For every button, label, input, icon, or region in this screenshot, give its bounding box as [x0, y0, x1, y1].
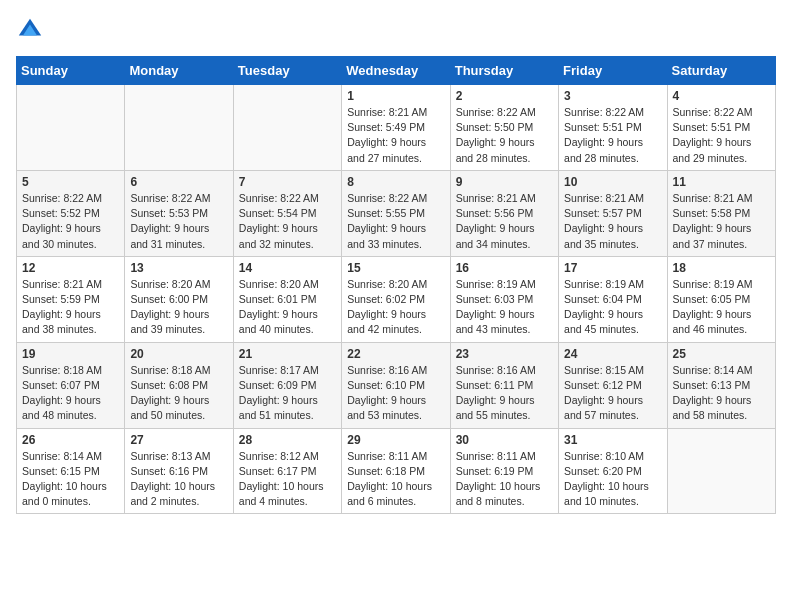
- calendar-table: SundayMondayTuesdayWednesdayThursdayFrid…: [16, 56, 776, 514]
- day-number: 25: [673, 347, 770, 361]
- calendar-cell: 17Sunrise: 8:19 AMSunset: 6:04 PMDayligh…: [559, 256, 667, 342]
- calendar-cell: [17, 85, 125, 171]
- logo-icon: [16, 16, 44, 44]
- day-number: 9: [456, 175, 553, 189]
- cell-content: Sunrise: 8:22 AMSunset: 5:55 PMDaylight:…: [347, 191, 444, 252]
- cell-content: Sunrise: 8:18 AMSunset: 6:07 PMDaylight:…: [22, 363, 119, 424]
- calendar-cell: 14Sunrise: 8:20 AMSunset: 6:01 PMDayligh…: [233, 256, 341, 342]
- day-number: 1: [347, 89, 444, 103]
- calendar-cell: 21Sunrise: 8:17 AMSunset: 6:09 PMDayligh…: [233, 342, 341, 428]
- day-number: 30: [456, 433, 553, 447]
- calendar-cell: 31Sunrise: 8:10 AMSunset: 6:20 PMDayligh…: [559, 428, 667, 514]
- cell-content: Sunrise: 8:21 AMSunset: 5:49 PMDaylight:…: [347, 105, 444, 166]
- day-number: 3: [564, 89, 661, 103]
- weekday-header: Friday: [559, 57, 667, 85]
- calendar-cell: 8Sunrise: 8:22 AMSunset: 5:55 PMDaylight…: [342, 170, 450, 256]
- day-number: 10: [564, 175, 661, 189]
- day-number: 31: [564, 433, 661, 447]
- calendar-cell: 18Sunrise: 8:19 AMSunset: 6:05 PMDayligh…: [667, 256, 775, 342]
- calendar-cell: 26Sunrise: 8:14 AMSunset: 6:15 PMDayligh…: [17, 428, 125, 514]
- cell-content: Sunrise: 8:22 AMSunset: 5:53 PMDaylight:…: [130, 191, 227, 252]
- calendar-cell: 25Sunrise: 8:14 AMSunset: 6:13 PMDayligh…: [667, 342, 775, 428]
- calendar-week-row: 5Sunrise: 8:22 AMSunset: 5:52 PMDaylight…: [17, 170, 776, 256]
- cell-content: Sunrise: 8:16 AMSunset: 6:10 PMDaylight:…: [347, 363, 444, 424]
- calendar-cell: 12Sunrise: 8:21 AMSunset: 5:59 PMDayligh…: [17, 256, 125, 342]
- cell-content: Sunrise: 8:22 AMSunset: 5:52 PMDaylight:…: [22, 191, 119, 252]
- day-number: 17: [564, 261, 661, 275]
- day-number: 26: [22, 433, 119, 447]
- cell-content: Sunrise: 8:19 AMSunset: 6:03 PMDaylight:…: [456, 277, 553, 338]
- cell-content: Sunrise: 8:14 AMSunset: 6:15 PMDaylight:…: [22, 449, 119, 510]
- calendar-cell: 10Sunrise: 8:21 AMSunset: 5:57 PMDayligh…: [559, 170, 667, 256]
- cell-content: Sunrise: 8:14 AMSunset: 6:13 PMDaylight:…: [673, 363, 770, 424]
- weekday-header: Saturday: [667, 57, 775, 85]
- day-number: 13: [130, 261, 227, 275]
- day-number: 27: [130, 433, 227, 447]
- day-number: 24: [564, 347, 661, 361]
- day-number: 14: [239, 261, 336, 275]
- weekday-header: Sunday: [17, 57, 125, 85]
- calendar-cell: 3Sunrise: 8:22 AMSunset: 5:51 PMDaylight…: [559, 85, 667, 171]
- day-number: 5: [22, 175, 119, 189]
- cell-content: Sunrise: 8:21 AMSunset: 5:58 PMDaylight:…: [673, 191, 770, 252]
- cell-content: Sunrise: 8:22 AMSunset: 5:51 PMDaylight:…: [564, 105, 661, 166]
- calendar-cell: 28Sunrise: 8:12 AMSunset: 6:17 PMDayligh…: [233, 428, 341, 514]
- day-number: 22: [347, 347, 444, 361]
- cell-content: Sunrise: 8:11 AMSunset: 6:19 PMDaylight:…: [456, 449, 553, 510]
- cell-content: Sunrise: 8:19 AMSunset: 6:04 PMDaylight:…: [564, 277, 661, 338]
- calendar-cell: 4Sunrise: 8:22 AMSunset: 5:51 PMDaylight…: [667, 85, 775, 171]
- calendar-cell: 15Sunrise: 8:20 AMSunset: 6:02 PMDayligh…: [342, 256, 450, 342]
- calendar-cell: 19Sunrise: 8:18 AMSunset: 6:07 PMDayligh…: [17, 342, 125, 428]
- calendar-cell: 30Sunrise: 8:11 AMSunset: 6:19 PMDayligh…: [450, 428, 558, 514]
- calendar-cell: 9Sunrise: 8:21 AMSunset: 5:56 PMDaylight…: [450, 170, 558, 256]
- calendar-cell: 6Sunrise: 8:22 AMSunset: 5:53 PMDaylight…: [125, 170, 233, 256]
- day-number: 29: [347, 433, 444, 447]
- calendar-week-row: 1Sunrise: 8:21 AMSunset: 5:49 PMDaylight…: [17, 85, 776, 171]
- day-number: 20: [130, 347, 227, 361]
- cell-content: Sunrise: 8:18 AMSunset: 6:08 PMDaylight:…: [130, 363, 227, 424]
- cell-content: Sunrise: 8:13 AMSunset: 6:16 PMDaylight:…: [130, 449, 227, 510]
- cell-content: Sunrise: 8:20 AMSunset: 6:00 PMDaylight:…: [130, 277, 227, 338]
- day-number: 11: [673, 175, 770, 189]
- page-header: [16, 16, 776, 44]
- weekday-header: Monday: [125, 57, 233, 85]
- calendar-week-row: 19Sunrise: 8:18 AMSunset: 6:07 PMDayligh…: [17, 342, 776, 428]
- cell-content: Sunrise: 8:15 AMSunset: 6:12 PMDaylight:…: [564, 363, 661, 424]
- calendar-cell: [667, 428, 775, 514]
- cell-content: Sunrise: 8:21 AMSunset: 5:57 PMDaylight:…: [564, 191, 661, 252]
- day-number: 19: [22, 347, 119, 361]
- calendar-cell: 16Sunrise: 8:19 AMSunset: 6:03 PMDayligh…: [450, 256, 558, 342]
- cell-content: Sunrise: 8:22 AMSunset: 5:54 PMDaylight:…: [239, 191, 336, 252]
- cell-content: Sunrise: 8:19 AMSunset: 6:05 PMDaylight:…: [673, 277, 770, 338]
- calendar-cell: [125, 85, 233, 171]
- calendar-week-row: 12Sunrise: 8:21 AMSunset: 5:59 PMDayligh…: [17, 256, 776, 342]
- day-number: 6: [130, 175, 227, 189]
- cell-content: Sunrise: 8:21 AMSunset: 5:56 PMDaylight:…: [456, 191, 553, 252]
- day-number: 23: [456, 347, 553, 361]
- cell-content: Sunrise: 8:21 AMSunset: 5:59 PMDaylight:…: [22, 277, 119, 338]
- cell-content: Sunrise: 8:17 AMSunset: 6:09 PMDaylight:…: [239, 363, 336, 424]
- calendar-cell: 27Sunrise: 8:13 AMSunset: 6:16 PMDayligh…: [125, 428, 233, 514]
- day-number: 8: [347, 175, 444, 189]
- day-number: 7: [239, 175, 336, 189]
- weekday-header: Thursday: [450, 57, 558, 85]
- calendar-cell: 22Sunrise: 8:16 AMSunset: 6:10 PMDayligh…: [342, 342, 450, 428]
- calendar-cell: 7Sunrise: 8:22 AMSunset: 5:54 PMDaylight…: [233, 170, 341, 256]
- day-number: 28: [239, 433, 336, 447]
- day-number: 21: [239, 347, 336, 361]
- calendar-cell: 29Sunrise: 8:11 AMSunset: 6:18 PMDayligh…: [342, 428, 450, 514]
- cell-content: Sunrise: 8:20 AMSunset: 6:01 PMDaylight:…: [239, 277, 336, 338]
- cell-content: Sunrise: 8:20 AMSunset: 6:02 PMDaylight:…: [347, 277, 444, 338]
- calendar-cell: 13Sunrise: 8:20 AMSunset: 6:00 PMDayligh…: [125, 256, 233, 342]
- weekday-header: Tuesday: [233, 57, 341, 85]
- calendar-cell: 24Sunrise: 8:15 AMSunset: 6:12 PMDayligh…: [559, 342, 667, 428]
- calendar-cell: [233, 85, 341, 171]
- day-number: 18: [673, 261, 770, 275]
- cell-content: Sunrise: 8:10 AMSunset: 6:20 PMDaylight:…: [564, 449, 661, 510]
- calendar-week-row: 26Sunrise: 8:14 AMSunset: 6:15 PMDayligh…: [17, 428, 776, 514]
- cell-content: Sunrise: 8:22 AMSunset: 5:50 PMDaylight:…: [456, 105, 553, 166]
- calendar-cell: 20Sunrise: 8:18 AMSunset: 6:08 PMDayligh…: [125, 342, 233, 428]
- weekday-header: Wednesday: [342, 57, 450, 85]
- weekday-header-row: SundayMondayTuesdayWednesdayThursdayFrid…: [17, 57, 776, 85]
- cell-content: Sunrise: 8:22 AMSunset: 5:51 PMDaylight:…: [673, 105, 770, 166]
